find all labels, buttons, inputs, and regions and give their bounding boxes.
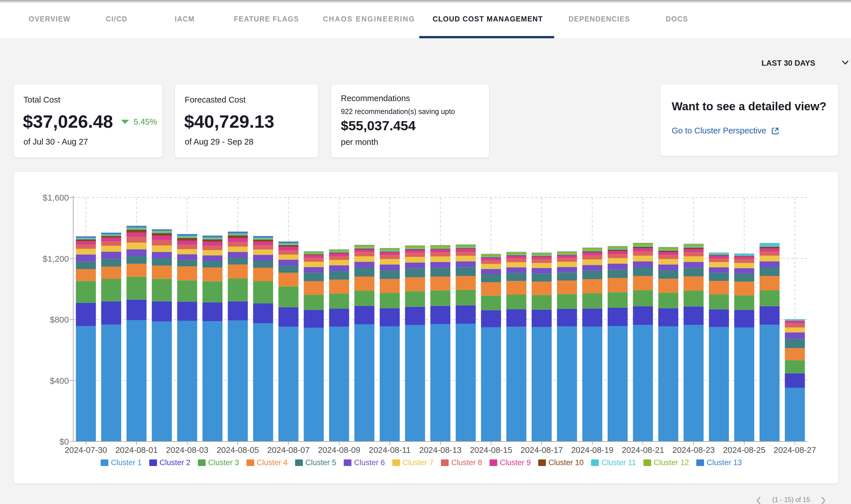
svg-text:$1,600: $1,600 [42,193,69,202]
svg-text:$800: $800 [50,315,69,324]
svg-text:2024-08-13: 2024-08-13 [419,446,462,454]
svg-text:2024-08-01: 2024-08-01 [115,446,158,454]
svg-text:2024-07-30: 2024-07-30 [65,446,107,454]
svg-text:2024-08-07: 2024-08-07 [267,446,310,454]
svg-text:$0: $0 [59,437,69,446]
svg-text:2024-08-15: 2024-08-15 [470,446,512,454]
svg-text:2024-08-19: 2024-08-19 [571,446,613,454]
svg-text:2024-08-23: 2024-08-23 [672,446,715,454]
svg-text:2024-08-25: 2024-08-25 [723,446,765,454]
svg-text:2024-08-27: 2024-08-27 [774,446,816,454]
svg-text:2024-08-21: 2024-08-21 [622,446,664,454]
svg-text:$400: $400 [50,376,69,385]
svg-text:2024-08-03: 2024-08-03 [166,446,208,454]
svg-text:$1,200: $1,200 [42,254,69,264]
svg-text:2024-08-09: 2024-08-09 [318,446,360,454]
svg-text:2024-08-11: 2024-08-11 [369,446,411,454]
svg-text:2024-08-17: 2024-08-17 [520,446,563,454]
svg-text:2024-08-05: 2024-08-05 [216,446,259,454]
